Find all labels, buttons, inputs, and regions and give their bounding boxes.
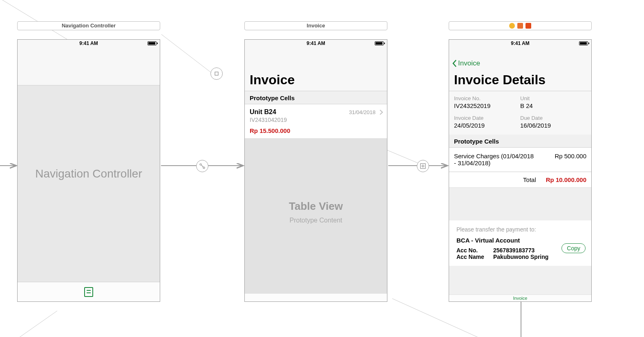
first-responder-icon	[517, 23, 523, 29]
battery-icon	[148, 41, 157, 45]
nav-bar-empty	[18, 48, 160, 85]
page-title: Invoice	[250, 72, 382, 88]
info-value: 24/05/2019	[454, 122, 520, 129]
info-label: Invoice No.	[454, 95, 520, 101]
total-amount: Rp 10.000.000	[546, 176, 586, 183]
account-name-row: Acc Name Pakubuwono Spring	[456, 254, 584, 260]
copy-button[interactable]: Copy	[561, 243, 586, 253]
cell-amount: Rp 15.500.000	[250, 127, 382, 134]
battery-icon	[375, 41, 384, 45]
nav-header: Invoice	[245, 48, 387, 91]
info-grid: Invoice No. IV243252019 Unit B 24 Invoic…	[449, 91, 591, 135]
device-frame-invoice: 9:41 AM Invoice Prototype Cells Unit B24…	[244, 39, 387, 302]
payment-section: Please transfer the payment to: BCA - Vi…	[449, 220, 591, 266]
section-header: Prototype Cells	[245, 91, 387, 104]
segue-node-root[interactable]	[196, 160, 208, 172]
svg-line-6	[392, 299, 519, 337]
info-label: Invoice Date	[454, 115, 520, 121]
field-due-date: Due Date 16/06/2019	[520, 115, 586, 129]
scene-invoice-details[interactable]: 9:41 AM Invoice Invoice Details Invoice …	[449, 21, 592, 302]
field-invoice-no: Invoice No. IV243252019	[454, 95, 520, 109]
field-invoice-date: Invoice Date 24/05/2019	[454, 115, 520, 129]
device-frame-details: 9:41 AM Invoice Invoice Details Invoice …	[449, 39, 592, 302]
tab-bar	[18, 282, 160, 301]
vc-icon	[509, 23, 515, 29]
accname-label: Acc Name	[456, 254, 493, 260]
info-value: 16/06/2019	[520, 122, 586, 129]
back-label: Invoice	[458, 59, 480, 67]
chevron-left-icon	[452, 59, 457, 67]
status-time: 9:41 AM	[511, 40, 530, 46]
chevron-right-icon	[380, 110, 383, 116]
accno-label: Acc No.	[456, 247, 493, 254]
bottom-strip	[245, 293, 387, 301]
field-unit: Unit B 24	[520, 95, 586, 109]
battery-icon	[579, 41, 588, 45]
invoice-tab-icon[interactable]	[84, 287, 93, 297]
scene-title-nav[interactable]: Navigation Controller	[17, 21, 160, 30]
scene-title-invoice[interactable]: Invoice	[244, 21, 387, 30]
scene-title-label: Navigation Controller	[62, 22, 116, 30]
scene-nav-controller[interactable]: Navigation Controller 9:41 AM Navigation…	[17, 21, 160, 302]
status-bar: 9:41 AM	[245, 40, 387, 48]
info-label: Unit	[520, 95, 586, 101]
bottom-tab-label[interactable]: Invoice	[449, 294, 591, 301]
nav-header: Invoice Invoice Details	[449, 48, 591, 91]
line-item-row: Service Charges (01/04/2018 - 31/04/2018…	[449, 148, 591, 172]
exit-icon	[525, 23, 531, 29]
page-title: Invoice Details	[454, 72, 586, 88]
tv-placeholder-title: Table View	[245, 200, 387, 213]
payment-bank: BCA - Virtual Account	[456, 237, 584, 244]
invoice-cell[interactable]: Unit B24 IV2431042019 Rp 15.500.000 31/0…	[245, 104, 387, 139]
svg-point-9	[200, 164, 201, 165]
status-bar: 9:41 AM	[18, 40, 160, 48]
nav-large-title: Invoice	[245, 48, 387, 91]
section-header: Prototype Cells	[449, 135, 591, 148]
nav-placeholder-label: Navigation Controller	[18, 85, 160, 180]
cell-date: 31/04/2018	[349, 109, 376, 115]
segue-node-show[interactable]	[417, 160, 429, 172]
tableview-placeholder: Table View Prototype Content	[245, 139, 387, 224]
total-label: Total	[523, 176, 536, 183]
svg-line-5	[0, 311, 57, 337]
device-frame-nav: 9:41 AM Navigation Controller	[17, 39, 160, 302]
info-label: Due Date	[520, 115, 586, 121]
scene-invoice-list[interactable]: Invoice 9:41 AM Invoice Prototype Cells …	[244, 21, 387, 302]
scene-title-label: Invoice	[307, 22, 325, 30]
tableview-body: Table View Prototype Content	[245, 139, 387, 299]
svg-point-11	[203, 167, 205, 168]
accname-value: Pakubuwono Spring	[493, 254, 548, 260]
accno-value: 2567839183773	[493, 247, 534, 254]
payment-instruction: Please transfer the payment to:	[456, 226, 584, 233]
back-button[interactable]: Invoice	[452, 59, 480, 67]
nav-content-area: Navigation Controller	[18, 85, 160, 283]
status-time: 9:41 AM	[79, 40, 98, 46]
info-value: B 24	[520, 102, 586, 109]
scene-title-details[interactable]	[449, 21, 592, 30]
line-item-desc: Service Charges (01/04/2018 - 31/04/2018…	[454, 153, 536, 166]
spacer	[449, 188, 591, 220]
line-item-amount: Rp 500.000	[555, 153, 586, 166]
nav-large-title: Invoice Details	[449, 48, 591, 91]
info-value: IV243252019	[454, 102, 520, 109]
status-time: 9:41 AM	[306, 40, 325, 46]
status-bar: 9:41 AM	[449, 40, 591, 48]
svg-line-4	[161, 34, 212, 74]
segue-node-top[interactable]	[210, 67, 223, 80]
cell-id: IV2431042019	[250, 117, 382, 123]
total-row: Total Rp 10.000.000	[449, 172, 591, 188]
svg-rect-12	[215, 72, 218, 75]
tv-placeholder-sub: Prototype Content	[245, 217, 387, 224]
